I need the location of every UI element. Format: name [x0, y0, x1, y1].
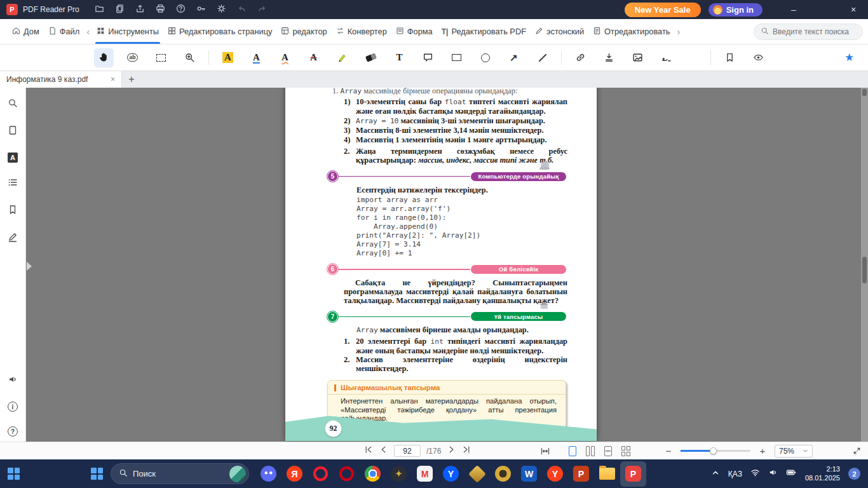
- rectangle-tool-icon[interactable]: [447, 48, 466, 67]
- taskbar-app-mail[interactable]: М: [412, 461, 438, 487]
- taskbar-app-yandex-red[interactable]: Y: [542, 461, 568, 487]
- signature-tool-icon[interactable]: [656, 48, 676, 67]
- comment-icon[interactable]: [418, 48, 438, 67]
- document-tab[interactable]: Информатика 9 каз.pdf ×: [0, 71, 122, 88]
- new-tab-button[interactable]: +: [122, 71, 141, 88]
- menu-tools[interactable]: Инструменты: [92, 19, 163, 44]
- redo-icon[interactable]: [257, 4, 267, 16]
- copy-pages-icon[interactable]: [115, 4, 125, 16]
- taskbar-app-file-explorer[interactable]: [594, 461, 620, 487]
- zoom-slider-thumb[interactable]: [710, 447, 717, 454]
- taskbar-app-pdf-reader[interactable]: P: [620, 461, 646, 487]
- single-page-view-icon[interactable]: [569, 446, 576, 456]
- taskbar-app-y-blue[interactable]: Y: [438, 461, 464, 487]
- scroll-up-button[interactable]: [862, 89, 867, 96]
- taskbar-app-discord[interactable]: [255, 461, 281, 487]
- taskbar-app-game-emblem[interactable]: ✦: [386, 461, 412, 487]
- menu-editor[interactable]: редактор: [276, 19, 331, 44]
- menu-home[interactable]: Дом: [8, 19, 44, 44]
- signin-button[interactable]: Sign in: [709, 3, 763, 17]
- menu-scroll-right[interactable]: ›: [674, 26, 682, 37]
- panel-expand-arrow-icon[interactable]: [27, 262, 32, 271]
- menu-edit-pdf[interactable]: T| Редактировать PDF: [437, 19, 531, 44]
- search-input[interactable]: [773, 27, 856, 36]
- page-number-input[interactable]: 92: [394, 445, 421, 457]
- menu-edit-page[interactable]: Редактировать страницу: [163, 19, 276, 44]
- taskbar-app-gold-emblem[interactable]: [464, 461, 490, 487]
- fit-width-icon[interactable]: [540, 442, 550, 459]
- sidebar-help-icon[interactable]: ?: [8, 426, 18, 437]
- undo-icon[interactable]: [237, 4, 247, 16]
- next-page-icon[interactable]: [447, 445, 456, 457]
- continuous-view-icon[interactable]: [604, 446, 612, 456]
- zoom-level-select[interactable]: 75%: [775, 445, 813, 458]
- taskbar-app-chrome[interactable]: [360, 461, 386, 487]
- text-tool-icon[interactable]: T: [390, 48, 409, 67]
- sidebar-search-icon[interactable]: [8, 98, 18, 111]
- marquee-select-icon[interactable]: [151, 48, 171, 67]
- zoom-in-button[interactable]: +: [758, 445, 767, 456]
- sale-button[interactable]: New Year Sale: [625, 3, 701, 17]
- scrollbar-thumb[interactable]: [862, 257, 867, 283]
- fullscreen-icon[interactable]: [852, 442, 862, 459]
- taskbar-clock[interactable]: 2:13 08.01.2025: [805, 465, 840, 482]
- sidebar-readaloud-icon[interactable]: [8, 374, 18, 387]
- taskbar-app-yandex-browser[interactable]: Я: [281, 461, 308, 487]
- menu-redact[interactable]: Отредактировать: [588, 19, 674, 44]
- menu-search-box[interactable]: [754, 24, 863, 40]
- tab-close-icon[interactable]: ×: [111, 75, 115, 84]
- battery-icon[interactable]: [786, 468, 797, 480]
- wifi-icon[interactable]: [750, 468, 760, 480]
- share-icon[interactable]: [135, 4, 145, 16]
- settings-gear-icon[interactable]: [217, 4, 226, 16]
- tray-chevron-up-icon[interactable]: [711, 468, 720, 480]
- taskbar-app-opera[interactable]: [308, 461, 334, 487]
- taskbar-app-powerpoint[interactable]: P: [568, 461, 594, 487]
- two-page-view-icon[interactable]: [586, 446, 595, 456]
- text-select-icon[interactable]: ab: [123, 48, 142, 67]
- first-page-icon[interactable]: [363, 445, 373, 457]
- ellipse-tool-icon[interactable]: [475, 48, 495, 67]
- sidebar-info-icon[interactable]: i: [8, 402, 18, 412]
- squiggly-tool-icon[interactable]: A: [275, 48, 295, 67]
- close-button[interactable]: ×: [839, 0, 868, 19]
- strikeout-tool-icon[interactable]: A: [304, 48, 323, 67]
- start-button[interactable]: [91, 468, 103, 480]
- underline-tool-icon[interactable]: A: [247, 48, 266, 67]
- menu-converter[interactable]: Конвертер: [332, 19, 391, 44]
- menu-scroll-left[interactable]: ‹: [84, 26, 92, 37]
- start-button-left[interactable]: [8, 468, 20, 480]
- taskbar-app-gold-circle[interactable]: [490, 461, 516, 487]
- stamp-tool-icon[interactable]: [599, 48, 619, 67]
- highlight-tool-icon[interactable]: A: [218, 48, 238, 67]
- sidebar-extract-text-icon[interactable]: A: [8, 152, 18, 163]
- freehand-highlighter-icon[interactable]: [332, 48, 352, 67]
- arrow-tool-icon[interactable]: ↗: [504, 48, 524, 67]
- preview-eye-icon[interactable]: [749, 48, 768, 67]
- line-tool-icon[interactable]: [532, 48, 552, 67]
- help-icon[interactable]: [176, 4, 186, 16]
- minimize-button[interactable]: –: [779, 0, 808, 19]
- zoom-out-button[interactable]: −: [664, 445, 673, 456]
- menu-estonian[interactable]: эстонский: [531, 19, 588, 44]
- menu-file[interactable]: Файл: [44, 19, 84, 44]
- bookmark-icon[interactable]: [720, 48, 740, 67]
- taskbar-search[interactable]: Поиск: [111, 463, 249, 484]
- two-page-continuous-view-icon[interactable]: [621, 446, 630, 456]
- link-tool-icon[interactable]: [571, 48, 590, 67]
- zoom-loupe-icon[interactable]: [180, 48, 200, 67]
- notification-count-badge[interactable]: 2: [848, 468, 860, 480]
- sidebar-signature-icon[interactable]: [8, 232, 18, 245]
- sidebar-thumbnails-icon[interactable]: [8, 125, 18, 138]
- favorite-star-icon[interactable]: ★: [839, 48, 859, 67]
- hand-tool-icon[interactable]: [94, 48, 114, 67]
- volume-icon[interactable]: [768, 468, 778, 480]
- previous-page-icon[interactable]: [379, 445, 388, 457]
- language-indicator[interactable]: ҚАЗ: [728, 470, 742, 478]
- eraser-icon[interactable]: [361, 48, 381, 67]
- sidebar-outline-icon[interactable]: [8, 177, 18, 190]
- last-page-icon[interactable]: [462, 445, 471, 457]
- print-icon[interactable]: [156, 4, 165, 16]
- sidebar-bookmark-icon[interactable]: [8, 205, 18, 217]
- open-folder-icon[interactable]: [95, 4, 104, 16]
